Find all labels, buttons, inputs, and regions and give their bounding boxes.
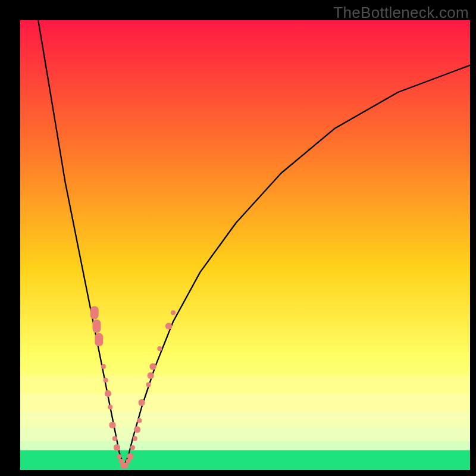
gradient-stratum bbox=[20, 441, 470, 450]
gradient-stratum bbox=[20, 427, 470, 441]
gradient-stratum bbox=[20, 375, 470, 393]
sample-point-marker bbox=[148, 372, 154, 379]
sample-point-marker bbox=[90, 306, 99, 319]
sample-point-marker bbox=[95, 333, 103, 346]
chart-svg bbox=[0, 0, 476, 476]
sample-point-marker bbox=[124, 463, 129, 468]
sample-point-marker bbox=[134, 427, 140, 433]
sample-point-marker bbox=[146, 382, 151, 387]
sample-point-marker bbox=[117, 454, 121, 459]
sample-point-marker bbox=[171, 310, 176, 315]
sample-point-marker bbox=[101, 364, 106, 369]
sample-point-marker bbox=[157, 346, 162, 351]
gradient-stratum bbox=[20, 393, 470, 411]
sample-point-marker bbox=[105, 390, 111, 397]
sample-point-marker bbox=[130, 445, 135, 450]
gradient-stratum bbox=[20, 412, 470, 427]
sample-point-marker bbox=[112, 436, 117, 441]
sample-point-marker bbox=[104, 378, 108, 383]
sample-point-marker bbox=[150, 364, 156, 370]
sample-point-marker bbox=[165, 323, 172, 330]
watermark-text: TheBottleneck.com bbox=[333, 4, 469, 22]
sample-point-marker bbox=[137, 418, 142, 423]
sample-point-marker bbox=[133, 436, 137, 441]
sample-point-marker bbox=[108, 405, 112, 409]
sample-point-marker bbox=[127, 453, 134, 460]
sample-point-marker bbox=[139, 399, 145, 406]
sample-point-marker bbox=[109, 422, 116, 428]
sample-point-marker bbox=[114, 444, 120, 451]
chart-frame: TheBottleneck.com bbox=[0, 0, 476, 476]
optimal-band bbox=[20, 450, 470, 470]
sample-point-marker bbox=[93, 320, 101, 333]
